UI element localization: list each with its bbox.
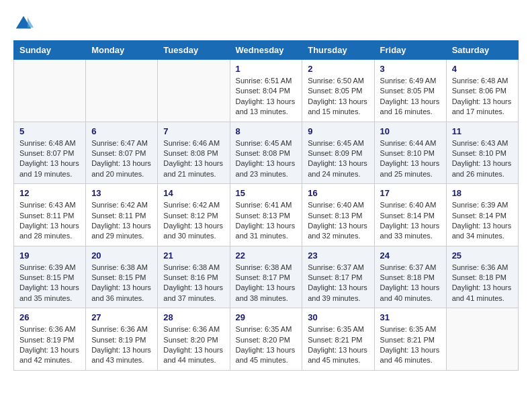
day-number: 30 [308,312,368,322]
day-number: 3 [380,64,441,74]
cell-content: Sunrise: 6:47 AM Sunset: 8:07 PM Dayligh… [91,138,152,180]
calendar-cell: 2Sunrise: 6:50 AM Sunset: 8:05 PM Daylig… [302,60,374,122]
column-header-tuesday: Tuesday [158,41,230,60]
cell-content: Sunrise: 6:46 AM Sunset: 8:08 PM Dayligh… [163,138,224,180]
calendar-cell: 7Sunrise: 6:46 AM Sunset: 8:08 PM Daylig… [158,122,230,184]
cell-content: Sunrise: 6:43 AM Sunset: 8:10 PM Dayligh… [452,138,513,180]
day-number: 26 [19,312,80,322]
calendar-table: SundayMondayTuesdayWednesdayThursdayFrid… [13,40,519,371]
calendar-cell: 25Sunrise: 6:36 AM Sunset: 8:18 PM Dayli… [446,246,518,308]
cell-content: Sunrise: 6:45 AM Sunset: 8:09 PM Dayligh… [308,138,368,180]
logo-icon [13,13,34,34]
calendar-cell: 1Sunrise: 6:51 AM Sunset: 8:04 PM Daylig… [230,60,302,122]
day-number: 25 [452,250,513,261]
column-header-thursday: Thursday [302,41,374,60]
page-header [13,13,519,34]
calendar-cell: 19Sunrise: 6:39 AM Sunset: 8:15 PM Dayli… [14,246,86,308]
calendar-cell: 12Sunrise: 6:43 AM Sunset: 8:11 PM Dayli… [14,184,86,246]
cell-content: Sunrise: 6:35 AM Sunset: 8:21 PM Dayligh… [380,324,441,366]
calendar-cell: 9Sunrise: 6:45 AM Sunset: 8:09 PM Daylig… [302,122,374,184]
cell-content: Sunrise: 6:37 AM Sunset: 8:18 PM Dayligh… [380,263,441,304]
calendar-header-row: SundayMondayTuesdayWednesdayThursdayFrid… [14,41,519,60]
calendar-cell: 13Sunrise: 6:42 AM Sunset: 8:11 PM Dayli… [86,184,158,246]
day-number: 9 [308,126,368,136]
day-number: 16 [308,188,368,198]
calendar-cell: 14Sunrise: 6:42 AM Sunset: 8:12 PM Dayli… [158,184,230,246]
day-number: 15 [236,188,297,198]
calendar-week-row: 1Sunrise: 6:51 AM Sunset: 8:04 PM Daylig… [14,60,519,122]
cell-content: Sunrise: 6:49 AM Sunset: 8:05 PM Dayligh… [380,76,441,118]
calendar-cell [446,308,518,371]
cell-content: Sunrise: 6:35 AM Sunset: 8:20 PM Dayligh… [236,324,297,366]
cell-content: Sunrise: 6:36 AM Sunset: 8:19 PM Dayligh… [19,324,80,366]
calendar-cell: 3Sunrise: 6:49 AM Sunset: 8:05 PM Daylig… [374,60,446,122]
cell-content: Sunrise: 6:38 AM Sunset: 8:17 PM Dayligh… [236,263,297,304]
calendar-week-row: 12Sunrise: 6:43 AM Sunset: 8:11 PM Dayli… [14,184,519,246]
cell-content: Sunrise: 6:51 AM Sunset: 8:04 PM Dayligh… [236,76,297,118]
cell-content: Sunrise: 6:37 AM Sunset: 8:17 PM Dayligh… [308,263,368,304]
cell-content: Sunrise: 6:36 AM Sunset: 8:20 PM Dayligh… [163,324,224,366]
cell-content: Sunrise: 6:39 AM Sunset: 8:14 PM Dayligh… [452,200,513,242]
calendar-cell: 15Sunrise: 6:41 AM Sunset: 8:13 PM Dayli… [230,184,302,246]
cell-content: Sunrise: 6:39 AM Sunset: 8:15 PM Dayligh… [19,263,80,304]
cell-content: Sunrise: 6:38 AM Sunset: 8:16 PM Dayligh… [163,263,224,304]
cell-content: Sunrise: 6:48 AM Sunset: 8:06 PM Dayligh… [452,76,513,118]
calendar-cell [14,60,86,122]
cell-content: Sunrise: 6:40 AM Sunset: 8:13 PM Dayligh… [308,200,368,242]
day-number: 10 [380,126,441,136]
column-header-monday: Monday [86,41,158,60]
day-number: 4 [452,64,513,74]
cell-content: Sunrise: 6:50 AM Sunset: 8:05 PM Dayligh… [308,76,368,118]
calendar-week-row: 19Sunrise: 6:39 AM Sunset: 8:15 PM Dayli… [14,246,519,308]
calendar-cell: 6Sunrise: 6:47 AM Sunset: 8:07 PM Daylig… [86,122,158,184]
cell-content: Sunrise: 6:38 AM Sunset: 8:15 PM Dayligh… [91,263,152,304]
day-number: 1 [236,64,297,74]
cell-content: Sunrise: 6:44 AM Sunset: 8:10 PM Dayligh… [380,138,441,180]
svg-marker-1 [28,17,34,28]
day-number: 27 [91,312,152,322]
calendar-cell: 22Sunrise: 6:38 AM Sunset: 8:17 PM Dayli… [230,246,302,308]
cell-content: Sunrise: 6:40 AM Sunset: 8:14 PM Dayligh… [380,200,441,242]
calendar-cell: 8Sunrise: 6:45 AM Sunset: 8:08 PM Daylig… [230,122,302,184]
calendar-week-row: 5Sunrise: 6:48 AM Sunset: 8:07 PM Daylig… [14,122,519,184]
calendar-cell: 20Sunrise: 6:38 AM Sunset: 8:15 PM Dayli… [86,246,158,308]
column-header-wednesday: Wednesday [230,41,302,60]
calendar-cell: 21Sunrise: 6:38 AM Sunset: 8:16 PM Dayli… [158,246,230,308]
column-header-saturday: Saturday [446,41,518,60]
day-number: 7 [163,126,224,136]
day-number: 19 [19,250,80,261]
cell-content: Sunrise: 6:41 AM Sunset: 8:13 PM Dayligh… [236,200,297,242]
cell-content: Sunrise: 6:36 AM Sunset: 8:18 PM Dayligh… [452,263,513,304]
day-number: 24 [380,250,441,261]
cell-content: Sunrise: 6:48 AM Sunset: 8:07 PM Dayligh… [19,138,80,180]
day-number: 23 [308,250,368,261]
day-number: 22 [236,250,297,261]
calendar-cell: 11Sunrise: 6:43 AM Sunset: 8:10 PM Dayli… [446,122,518,184]
day-number: 21 [163,250,224,261]
calendar-cell [158,60,230,122]
calendar-cell: 16Sunrise: 6:40 AM Sunset: 8:13 PM Dayli… [302,184,374,246]
day-number: 13 [91,188,152,198]
day-number: 14 [163,188,224,198]
column-header-sunday: Sunday [14,41,86,60]
calendar-cell: 18Sunrise: 6:39 AM Sunset: 8:14 PM Dayli… [446,184,518,246]
cell-content: Sunrise: 6:45 AM Sunset: 8:08 PM Dayligh… [236,138,297,180]
day-number: 12 [19,188,80,198]
calendar-cell: 24Sunrise: 6:37 AM Sunset: 8:18 PM Dayli… [374,246,446,308]
calendar-cell: 27Sunrise: 6:36 AM Sunset: 8:19 PM Dayli… [86,308,158,371]
day-number: 2 [308,64,368,74]
day-number: 18 [452,188,513,198]
calendar-week-row: 26Sunrise: 6:36 AM Sunset: 8:19 PM Dayli… [14,308,519,371]
cell-content: Sunrise: 6:36 AM Sunset: 8:19 PM Dayligh… [91,324,152,366]
day-number: 28 [163,312,224,322]
column-header-friday: Friday [374,41,446,60]
day-number: 17 [380,188,441,198]
calendar-cell: 4Sunrise: 6:48 AM Sunset: 8:06 PM Daylig… [446,60,518,122]
day-number: 8 [236,126,297,136]
calendar-cell: 29Sunrise: 6:35 AM Sunset: 8:20 PM Dayli… [230,308,302,371]
calendar-cell: 26Sunrise: 6:36 AM Sunset: 8:19 PM Dayli… [14,308,86,371]
day-number: 29 [236,312,297,322]
calendar-cell: 31Sunrise: 6:35 AM Sunset: 8:21 PM Dayli… [374,308,446,371]
day-number: 6 [91,126,152,136]
cell-content: Sunrise: 6:42 AM Sunset: 8:12 PM Dayligh… [163,200,224,242]
